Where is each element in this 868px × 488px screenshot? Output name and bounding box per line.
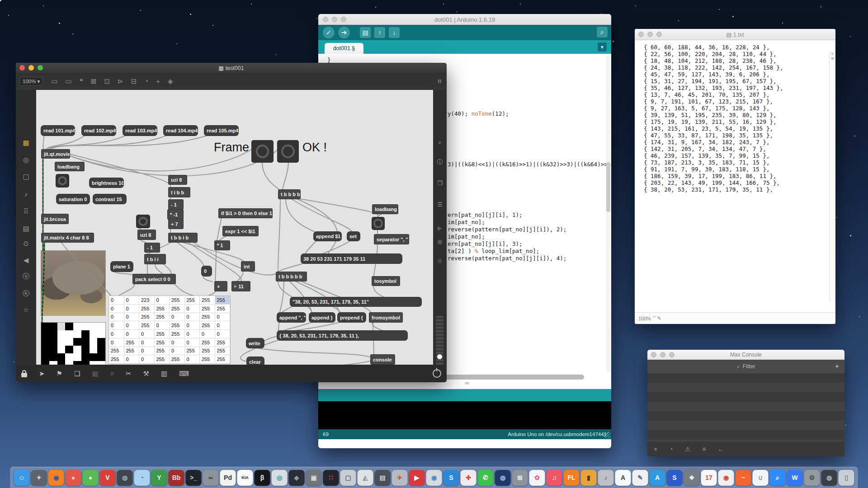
dock-icon-app-knot[interactable]: ∞ (203, 470, 219, 486)
obj-jit-matrix[interactable]: jit.matrix 4 char 8 8 (42, 233, 94, 242)
cell[interactable]: 0 (170, 347, 185, 356)
msg-read-103[interactable]: read 103.mp4 (123, 126, 157, 136)
dock-icon-firefox[interactable]: ◉ (48, 470, 64, 486)
obj-jit-brcosa[interactable]: jit.brcosa (42, 214, 68, 224)
dock-icon-system-preferences[interactable]: ⚙ (804, 470, 820, 486)
msg-append-comma[interactable]: append ", " (277, 313, 306, 322)
msg-plane1[interactable]: plane 1 (111, 262, 133, 272)
dock-icon-calendar[interactable]: 17 (701, 470, 717, 486)
dock-icon-app-korg[interactable]: ∷ (323, 470, 339, 486)
scroll-up-icon[interactable]: ▽ (830, 52, 835, 56)
cell[interactable]: 0 (185, 330, 200, 338)
cell[interactable]: 255 (170, 330, 185, 338)
max-console-titlebar[interactable]: Max Console (647, 350, 844, 360)
sidebar-icon-2[interactable]: ▢ (16, 173, 36, 181)
toolbar-icon-7[interactable]: ◔ (144, 77, 148, 85)
dock-icon-app-camera[interactable]: ▣ (306, 470, 322, 486)
inspector-icon-3[interactable]: ☰ (433, 201, 447, 208)
dock-icon-app-cube[interactable]: ◆ (289, 470, 305, 486)
resize-grip[interactable] (604, 432, 610, 438)
cell[interactable]: 255 (215, 347, 231, 356)
cell[interactable]: 0 (215, 321, 231, 330)
cell[interactable]: 255 (215, 338, 231, 347)
dock-icon-app-sphere-dark[interactable]: ◍ (821, 470, 837, 486)
pane-divider-handle[interactable] (465, 382, 469, 385)
dock-icon-app-gray-cube[interactable]: ❖ (684, 470, 700, 486)
sidebar-icon-3[interactable]: ♪ (16, 190, 36, 198)
grid-toggle-icon[interactable]: ⌗ (438, 77, 441, 85)
verify-button[interactable]: ✓ (323, 27, 335, 38)
numbox-11[interactable]: ▶11 (232, 282, 250, 291)
dock-icon-app-plane[interactable]: ✈ (392, 470, 408, 486)
cell[interactable]: 0 (170, 338, 185, 347)
cell[interactable]: 255 (200, 305, 215, 313)
max-titlebar[interactable]: ▦ test001 (16, 63, 447, 73)
dock-icon-skype[interactable]: S (443, 470, 459, 486)
cell[interactable]: 255 (200, 321, 215, 330)
toggle-r[interactable] (372, 217, 384, 230)
bottom-toolbar-icon-0[interactable]: ➤ (39, 370, 45, 378)
console-log-rows[interactable] (647, 373, 844, 442)
cell[interactable]: 0 (124, 305, 140, 313)
obj-plus7[interactable]: + 7 (169, 219, 183, 229)
dock-icon-launchpad[interactable]: ⊞ (512, 470, 528, 486)
sidebar-icon-6[interactable]: ⊙ (16, 239, 36, 248)
lock-icon[interactable] (21, 373, 27, 377)
dock-icon-itunes[interactable]: ♫ (547, 470, 562, 486)
obj-jit-qt-movie[interactable]: jit.qt.movie (42, 150, 70, 158)
cell[interactable]: 255 (155, 313, 170, 322)
obj-loadbang[interactable]: loadbang (55, 162, 84, 171)
dock-icon-app-orange[interactable]: ~ (736, 470, 751, 486)
dock-icon-terminal[interactable]: >_ (186, 470, 202, 486)
msg-read-102[interactable]: read 102.mp4 (82, 126, 116, 136)
cell[interactable]: 255 (215, 305, 231, 313)
cell[interactable]: 255 (155, 330, 170, 338)
inspector-icon-5[interactable]: ▣ (433, 238, 447, 245)
cell[interactable]: 255 (124, 347, 140, 356)
cell[interactable]: 0 (109, 305, 124, 313)
tab-dot001[interactable]: dot001 § (325, 43, 363, 54)
cell[interactable]: 255 (155, 305, 170, 313)
save-button[interactable]: ↓ (389, 27, 400, 38)
sidebar-icon-9[interactable]: ⓚ (16, 289, 36, 298)
upload-button[interactable]: ➜ (338, 27, 350, 38)
dock-icon-app-green-sphere[interactable]: ● (83, 470, 99, 486)
cell[interactable]: 0 (139, 355, 155, 364)
obj-if[interactable]: if $i1 > 0 then 0 else 1 (219, 209, 272, 218)
cell[interactable]: 0 (170, 313, 185, 322)
cell[interactable]: 0 (139, 347, 155, 356)
obj-tbbib[interactable]: t b b i b (169, 233, 197, 242)
bottom-toolbar-icon-7[interactable]: ▥ (161, 370, 167, 378)
dock-icon-app-play[interactable]: ▶ (409, 470, 425, 486)
msg-set[interactable]: set (347, 232, 360, 241)
add-button[interactable]: + (835, 362, 839, 371)
cell[interactable]: 0 (155, 296, 170, 305)
dock-icon-app-silver[interactable]: ▢ (340, 470, 356, 486)
sidebar-icon-10[interactable]: ☆ (16, 306, 36, 314)
cell[interactable]: 0 (124, 296, 140, 305)
obj-times1[interactable]: * 1 (215, 241, 230, 250)
msg-read-105[interactable]: read 105.mp4 (204, 126, 238, 136)
jit-cellblock-table[interactable]: 0022302552552552550025525525502552550025… (108, 296, 231, 364)
obj-console[interactable]: console (371, 355, 395, 364)
cell[interactable]: 255 (170, 355, 185, 364)
inspector-icon-2[interactable]: ❐ (433, 180, 447, 187)
cell[interactable]: 0 (109, 330, 124, 338)
cell[interactable]: 223 (139, 296, 155, 305)
cell[interactable]: 255 (139, 313, 155, 322)
dock-icon-app-red-sphere[interactable]: ● (66, 470, 81, 486)
msg-zero[interactable]: 0 (202, 266, 212, 276)
cell[interactable]: 0 (185, 305, 200, 313)
sidebar-icon-0[interactable]: ▦ (16, 139, 36, 147)
toolbar-icon-9[interactable]: ◈ (168, 77, 173, 85)
obj-loadbang-r[interactable]: loadbang (373, 205, 398, 214)
cell[interactable]: 255 (170, 296, 185, 305)
sidebar-icon-4[interactable]: ⠿ (16, 207, 36, 216)
cell[interactable]: 0 (109, 338, 124, 347)
dock-icon-app-pinwheel[interactable]: ✚ (461, 470, 476, 486)
zoom-level[interactable]: 100% (638, 316, 651, 321)
bottom-toolbar-icon-4[interactable]: # (110, 370, 114, 378)
slider-knob[interactable] (437, 354, 442, 359)
toolbar-icon-8[interactable]: + (156, 77, 160, 85)
cell[interactable]: 0 (185, 355, 200, 364)
